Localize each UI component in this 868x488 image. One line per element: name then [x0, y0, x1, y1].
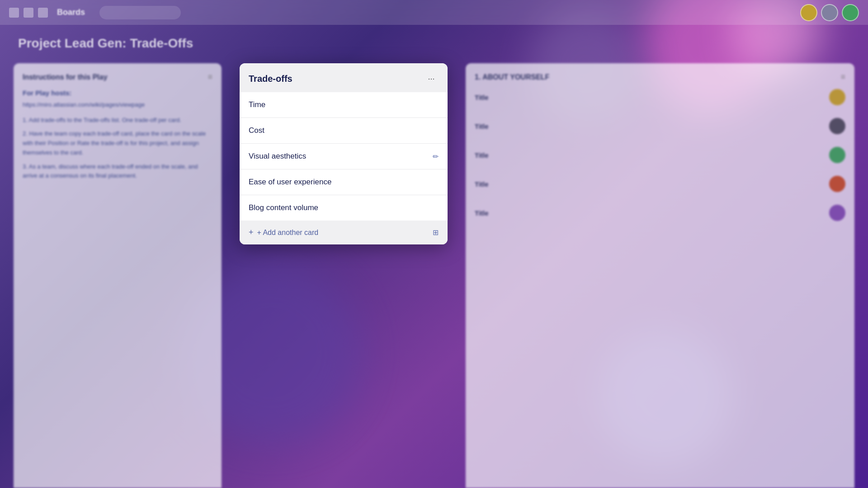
card-item-ease-ux[interactable]: Ease of user experience ✏	[240, 169, 448, 195]
card-item-visual-aesthetics-text: Visual aesthetics	[249, 152, 306, 161]
right-col-title: 1. ABOUT YOURSELF	[475, 73, 549, 81]
card-item-time-text: Time	[249, 100, 265, 109]
top-bar: Boards	[0, 0, 868, 25]
page-title-bar: Project Lead Gen: Trade-Offs	[18, 36, 193, 51]
right-avatar-4	[829, 176, 845, 192]
card-item-time[interactable]: Time ✏	[240, 92, 448, 118]
app-title: Boards	[57, 8, 85, 17]
right-column: 1. ABOUT YOURSELF ≡ Title Title Title Ti…	[466, 63, 854, 488]
top-bar-right	[800, 4, 859, 21]
card-menu-button[interactable]: ···	[424, 71, 439, 86]
card-item-cost[interactable]: Cost ✏	[240, 118, 448, 144]
edit-icon-visual-aesthetics: ✏	[433, 152, 439, 161]
boards-icon[interactable]	[38, 8, 48, 18]
center-column: Trade-offs ··· Time ✏ Cost ✏ Visual aest…	[240, 63, 448, 488]
right-col-header: 1. ABOUT YOURSELF ≡	[475, 72, 845, 82]
left-col-title: Instructions for this Play	[23, 73, 108, 81]
right-avatar-3	[829, 147, 845, 163]
search-bar[interactable]	[99, 6, 181, 19]
right-item-title-3: Title	[475, 151, 489, 159]
right-avatar-2	[829, 118, 845, 134]
right-avatar-1	[829, 89, 845, 105]
left-link-text: https://miro.atlassian.com/wiki/pages/vi…	[23, 100, 212, 109]
card-item-visual-aesthetics[interactable]: Visual aesthetics ✏	[240, 144, 448, 169]
trade-offs-card: Trade-offs ··· Time ✏ Cost ✏ Visual aest…	[240, 63, 448, 244]
left-section-title: For Play hosts:	[23, 89, 212, 97]
right-item-3: Title	[475, 147, 845, 163]
left-instruction-2: 2. Have the team copy each trade-off car…	[23, 129, 212, 157]
card-item-cost-text: Cost	[249, 126, 264, 135]
right-item-title-4: Title	[475, 180, 489, 188]
card-title: Trade-offs	[249, 74, 292, 84]
right-item-5: Title	[475, 205, 845, 221]
add-card-row[interactable]: + + Add another card ⊞	[240, 221, 448, 244]
card-item-blog-content-text: Blog content volume	[249, 203, 318, 212]
card-header: Trade-offs ···	[240, 63, 448, 92]
right-item-1: Title	[475, 89, 845, 105]
right-avatar-5	[829, 205, 845, 221]
page-title: Project Lead Gen: Trade-Offs	[18, 36, 193, 51]
right-item-title-1: Title	[475, 94, 489, 101]
content-area: Instructions for this Play ≡ For Play ho…	[0, 63, 868, 488]
home-icon[interactable]	[24, 8, 33, 18]
right-item-title-2: Title	[475, 122, 489, 130]
avatar-1[interactable]	[800, 4, 817, 21]
left-column: Instructions for this Play ≡ For Play ho…	[14, 63, 222, 488]
avatar-2[interactable]	[821, 4, 838, 21]
add-icon: +	[249, 228, 254, 237]
right-item-4: Title	[475, 176, 845, 192]
right-col-menu-icon: ≡	[840, 72, 845, 82]
card-item-blog-content[interactable]: Blog content volume ✏	[240, 195, 448, 221]
card-item-ease-ux-text: Ease of user experience	[249, 178, 331, 187]
left-instruction-3: 3. As a team, discuss where each trade-o…	[23, 162, 212, 181]
left-instruction-1: 1. Add trade-offs to the Trade-offs list…	[23, 116, 212, 125]
toolbar-icons	[9, 8, 48, 18]
left-col-header: Instructions for this Play ≡	[23, 72, 212, 82]
right-item-2: Title	[475, 118, 845, 134]
template-icon: ⊞	[433, 228, 439, 237]
avatar-3[interactable]	[842, 4, 859, 21]
right-item-title-5: Title	[475, 209, 489, 217]
left-col-menu-icon: ≡	[208, 72, 212, 82]
menu-icon[interactable]	[9, 8, 19, 18]
add-card-label: + + Add another card	[249, 228, 318, 237]
card-items-list: Time ✏ Cost ✏ Visual aesthetics ✏ Ease o…	[240, 92, 448, 221]
